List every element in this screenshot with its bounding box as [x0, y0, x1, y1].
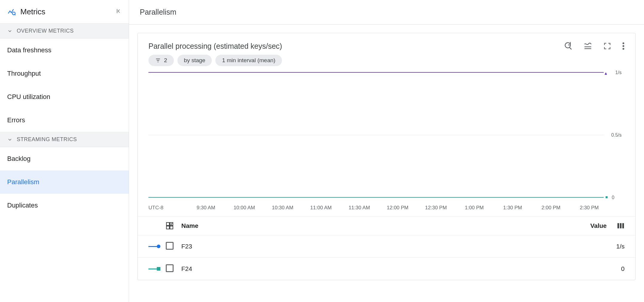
legend-series-name: F23: [181, 243, 571, 250]
svg-point-7: [622, 48, 624, 50]
nav-data-freshness[interactable]: Data freshness: [0, 39, 129, 62]
legend-row-f23[interactable]: F23 1/s: [138, 235, 635, 258]
gridline: 0.5/s: [148, 135, 604, 135]
x-tick-label: 12:00 PM: [378, 205, 417, 211]
series-line-f24: ■ 0: [148, 197, 604, 198]
x-tick-label: 1:30 PM: [493, 205, 532, 211]
sidebar: Metrics OVERVIEW METRICS Data freshness …: [0, 0, 129, 302]
series-line-f23: ▲ 1/s: [148, 72, 604, 73]
series-checkbox[interactable]: [166, 264, 174, 272]
svg-line-1: [15, 14, 16, 15]
nav-throughput[interactable]: Throughput: [0, 62, 129, 85]
legend-header: Name Value: [138, 216, 635, 235]
filter-count-chip[interactable]: 2: [148, 55, 174, 66]
page-title: Parallelism: [129, 0, 644, 25]
nav-parallelism[interactable]: Parallelism: [0, 170, 129, 194]
legend-name-header[interactable]: Name: [181, 222, 571, 229]
section-label: STREAMING METRICS: [17, 136, 77, 143]
section-streaming-metrics[interactable]: STREAMING METRICS: [0, 132, 129, 147]
x-tick-label: 12:30 PM: [417, 205, 455, 211]
x-tick-label: 11:30 AM: [340, 205, 378, 211]
fullscreen-icon[interactable]: [603, 42, 611, 50]
interval-chip[interactable]: 1 min interval (mean): [215, 55, 282, 66]
x-tick-label: 9:30 AM: [187, 205, 225, 211]
chevron-left-bar-icon: [116, 8, 122, 14]
series-marker: [148, 267, 166, 271]
y-tick-label: 0.5/s: [611, 132, 622, 138]
svg-point-0: [13, 12, 15, 15]
filter-count: 2: [164, 57, 167, 64]
series-end-marker-f24: ■: [605, 195, 608, 199]
svg-point-5: [622, 42, 624, 44]
series-end-marker-f23: ▲: [604, 71, 608, 76]
nav-cpu-utilization[interactable]: CPU utilization: [0, 85, 129, 109]
x-tick-label: 1:00 PM: [455, 205, 493, 211]
chart-area[interactable]: ▲ 1/s 0.5/s ■ 0: [138, 72, 635, 201]
sidebar-title: Metrics: [20, 7, 45, 16]
legend-series-name: F24: [181, 265, 571, 272]
chart-title: Parallel processing (estimated keys/sec): [148, 42, 564, 51]
svg-rect-14: [170, 226, 173, 229]
svg-rect-13: [166, 226, 169, 229]
svg-rect-11: [166, 222, 169, 225]
x-tick-label: 2:00 PM: [532, 205, 570, 211]
svg-line-2: [570, 48, 571, 49]
svg-point-6: [622, 45, 624, 47]
sidebar-header: Metrics: [0, 0, 129, 23]
chart-card: Parallel processing (estimated keys/sec)…: [137, 33, 636, 280]
nav-duplicates[interactable]: Duplicates: [0, 194, 129, 217]
chevron-down-icon: [7, 28, 13, 34]
chevron-down-icon: [7, 137, 13, 142]
columns-icon[interactable]: [617, 222, 625, 230]
nav-backlog[interactable]: Backlog: [0, 147, 129, 170]
y-tick-label: 1/s: [615, 70, 622, 75]
more-options-icon[interactable]: [622, 42, 625, 50]
section-overview-metrics[interactable]: OVERVIEW METRICS: [0, 23, 129, 39]
series-marker: [148, 245, 166, 248]
metrics-icon: [7, 7, 16, 16]
collapse-sidebar-button[interactable]: [116, 8, 122, 15]
y-tick-label: 0: [612, 195, 614, 200]
x-tick-label: 10:00 AM: [225, 205, 263, 211]
x-tick-label: 2:30 PM: [570, 205, 608, 211]
x-axis: UTC-8 9:30 AM 10:00 AM 10:30 AM 11:00 AM…: [138, 201, 635, 216]
reset-zoom-icon[interactable]: [564, 42, 573, 51]
svg-rect-15: [617, 223, 619, 228]
main-panel: Parallelism Parallel processing (estimat…: [129, 0, 644, 302]
select-all-icon[interactable]: [166, 222, 174, 230]
legend-series-value: 1/s: [571, 243, 625, 250]
x-tick-label: 10:30 AM: [263, 205, 302, 211]
legend-value-header[interactable]: Value: [571, 222, 607, 229]
group-by-chip[interactable]: by stage: [177, 55, 212, 66]
legend-row-f24[interactable]: F24 0: [138, 258, 635, 280]
nav-errors[interactable]: Errors: [0, 109, 129, 132]
svg-rect-17: [622, 223, 624, 228]
legend-series-value: 0: [571, 265, 625, 272]
timezone-label: UTC-8: [148, 205, 187, 211]
filter-icon: [155, 57, 161, 63]
section-label: OVERVIEW METRICS: [17, 28, 74, 34]
series-checkbox[interactable]: [166, 242, 174, 250]
legend-toggle-icon[interactable]: [583, 42, 592, 51]
svg-rect-16: [620, 223, 621, 228]
x-tick-label: 11:00 AM: [302, 205, 340, 211]
